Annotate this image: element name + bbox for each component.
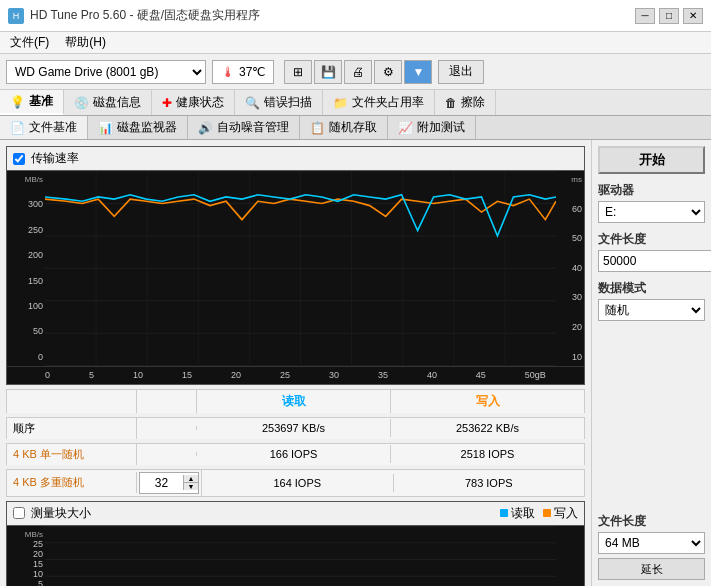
- drive-select[interactable]: WD Game Drive (8001 gB): [6, 60, 206, 84]
- extend-button[interactable]: 延长: [598, 558, 705, 580]
- y-axis-right: ms 60 50 40 30 20 10: [556, 171, 584, 366]
- toolbar: WD Game Drive (8001 gB) 🌡 37℃ ⊞ 💾 🖨 ⚙ ▼ …: [0, 54, 711, 90]
- left-panel: 传输速率 MB/s 300 250 200 150 100 50 0: [0, 140, 591, 586]
- x-45: 45: [476, 370, 486, 380]
- toolbar-buttons: ⊞ 💾 🖨 ⚙ ▼: [284, 60, 432, 84]
- chart-header: 传输速率: [7, 147, 584, 171]
- folder-icon: 📁: [333, 96, 348, 110]
- bottom-chart-header: 测量块大小 读取 写入: [7, 502, 584, 526]
- tab-random-access[interactable]: 📋 随机存取: [300, 116, 388, 139]
- y-right-unit: ms: [558, 175, 582, 184]
- tab-noise-mgmt[interactable]: 🔊 自动噪音管理: [188, 116, 300, 139]
- tab-disk-monitor[interactable]: 📊 磁盘监视器: [88, 116, 188, 139]
- bottom-right-section: 文件长度 64 MB 延长: [598, 513, 705, 580]
- tab-erase[interactable]: 🗑 擦除: [435, 90, 496, 115]
- data-mode-label: 数据模式: [598, 280, 705, 297]
- bottom-y-15: 15: [9, 559, 43, 569]
- start-button[interactable]: 开始: [598, 146, 705, 174]
- x-20: 20: [231, 370, 241, 380]
- bottom-y-25: 25: [9, 539, 43, 549]
- tab-disk-info[interactable]: 💿 磁盘信息: [64, 90, 152, 115]
- bottom-chart-left: 测量块大小: [13, 505, 91, 522]
- data-mode-section: 数据模式 随机: [598, 280, 705, 321]
- scan-icon: 🔍: [245, 96, 260, 110]
- minimize-button[interactable]: ─: [635, 8, 655, 24]
- seq-queue: [137, 426, 197, 430]
- tab-health[interactable]: ✚ 健康状态: [152, 90, 235, 115]
- tab-extra-test[interactable]: 📈 附加测试: [388, 116, 476, 139]
- file-length-label: 文件长度: [598, 231, 705, 248]
- drive-section: 驱动器 E:: [598, 182, 705, 223]
- tab-file-basic[interactable]: 📄 文件基准: [0, 116, 88, 139]
- bottom-chart-canvas: [45, 526, 556, 586]
- y-label-unit: MB/s: [9, 175, 43, 184]
- menu-help[interactable]: 帮助(H): [59, 32, 112, 53]
- block-size-label: 测量块大小: [31, 505, 91, 522]
- exit-button[interactable]: 退出: [438, 60, 484, 84]
- temperature-value: 37℃: [239, 65, 265, 79]
- queue-value: 32: [140, 476, 183, 490]
- chart-legend: 读取 写入: [500, 505, 578, 522]
- chart-canvas: [45, 171, 556, 366]
- 4kb-multi-label: 4 KB 多重随机: [7, 472, 137, 493]
- file-length-input[interactable]: [598, 250, 711, 272]
- y-label-50: 50: [9, 326, 43, 336]
- legend-read-label: 读取: [511, 505, 535, 522]
- bottom-y-20: 20: [9, 549, 43, 559]
- stats-header-row: 读取 写入: [6, 389, 585, 413]
- transfer-rate-checkbox[interactable]: [13, 153, 25, 165]
- bottom-y-unit: MB/s: [9, 530, 43, 539]
- bottom-file-length-label: 文件长度: [598, 513, 705, 530]
- 4kb-multi-queue-cell: 32 ▲ ▼: [137, 470, 202, 496]
- bottom-y-right: [556, 526, 584, 586]
- file-basic-icon: 📄: [10, 121, 25, 135]
- y-right-10: 10: [558, 352, 582, 362]
- copy-icon[interactable]: ⊞: [284, 60, 312, 84]
- tab-basic[interactable]: 💡 基准: [0, 90, 64, 115]
- app-title: HD Tune Pro 5.60 - 硬盘/固态硬盘实用程序: [30, 7, 260, 24]
- bottom-y-5: 5: [9, 579, 43, 586]
- stats-write-header: 写入: [391, 390, 584, 413]
- read-dot: [500, 509, 508, 517]
- stats-header-label: [7, 390, 137, 413]
- block-size-checkbox[interactable]: [13, 507, 25, 519]
- queue-spinbox[interactable]: 32 ▲ ▼: [139, 472, 199, 494]
- close-button[interactable]: ✕: [683, 8, 703, 24]
- seq-write: 253622 KB/s: [391, 419, 584, 437]
- bottom-file-length-dropdown[interactable]: 64 MB: [598, 532, 705, 554]
- x-10: 10: [133, 370, 143, 380]
- bottom-chart-section: 测量块大小 读取 写入 MB/s 25 20: [6, 501, 585, 586]
- tab-error-scan[interactable]: 🔍 错误扫描: [235, 90, 323, 115]
- stats-row-4kb-single: 4 KB 单一随机 166 IOPS 2518 IOPS: [6, 443, 585, 465]
- file-length-section: 文件长度 ▲ ▼ MB: [598, 231, 705, 272]
- seq-label: 顺序: [7, 418, 137, 439]
- 4kb-multi-read: 164 IOPS: [202, 474, 394, 492]
- transfer-chart-section: 传输速率 MB/s 300 250 200 150 100 50 0: [6, 146, 585, 385]
- menu-file[interactable]: 文件(F): [4, 32, 55, 53]
- chart-area: MB/s 300 250 200 150 100 50 0: [7, 171, 584, 366]
- data-mode-dropdown[interactable]: 随机: [598, 299, 705, 321]
- y-right-30: 30: [558, 292, 582, 302]
- app-icon: H: [8, 8, 24, 24]
- main-content: 传输速率 MB/s 300 250 200 150 100 50 0: [0, 140, 711, 586]
- 4kb-single-queue: [137, 452, 197, 456]
- tab-folder-usage[interactable]: 📁 文件夹占用率: [323, 90, 435, 115]
- x-40: 40: [427, 370, 437, 380]
- queue-down-button[interactable]: ▼: [184, 483, 198, 490]
- drive-dropdown[interactable]: E:: [598, 201, 705, 223]
- x-5: 5: [89, 370, 94, 380]
- print-icon[interactable]: 🖨: [344, 60, 372, 84]
- legend-write-label: 写入: [554, 505, 578, 522]
- maximize-button[interactable]: □: [659, 8, 679, 24]
- stats-header-queue: [137, 390, 197, 413]
- file-length-row: ▲ ▼ MB: [598, 250, 705, 272]
- y-right-60: 60: [558, 204, 582, 214]
- settings-icon[interactable]: ⚙: [374, 60, 402, 84]
- stats-row-4kb-multi: 4 KB 多重随机 32 ▲ ▼ 164 IOPS 783 IOPS: [6, 469, 585, 497]
- save-icon[interactable]: 💾: [314, 60, 342, 84]
- download-icon[interactable]: ▼: [404, 60, 432, 84]
- menu-bar: 文件(F) 帮助(H): [0, 32, 711, 54]
- queue-up-button[interactable]: ▲: [184, 475, 198, 483]
- 4kb-multi-write: 783 IOPS: [394, 474, 585, 492]
- x-50: 50gB: [525, 370, 546, 380]
